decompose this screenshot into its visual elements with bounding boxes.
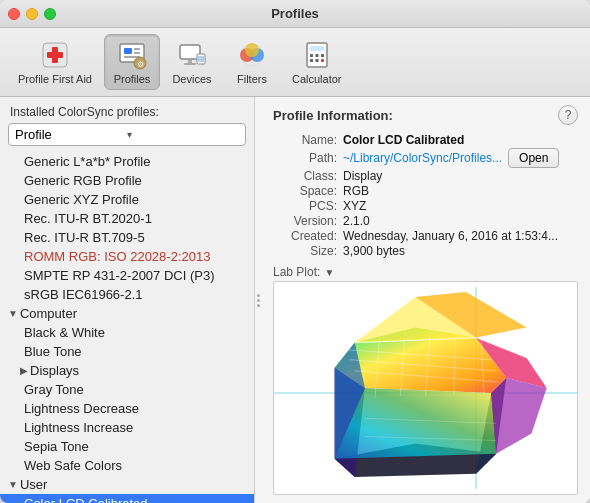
list-item-color-lcd[interactable]: Color LCD Calibrated <box>0 494 254 503</box>
lab-plot-section: Lab Plot: ▼ <box>273 265 578 495</box>
minimize-button[interactable] <box>26 8 38 20</box>
list-item[interactable]: Web Safe Colors <box>0 456 254 475</box>
path-label: Path: <box>273 151 343 165</box>
info-row-name: Name: Color LCD Calibrated <box>273 133 578 147</box>
svg-rect-22 <box>315 54 318 57</box>
profiles-label: Profiles <box>114 73 151 85</box>
list-item[interactable]: Gray Tone <box>0 380 254 399</box>
svg-rect-26 <box>321 59 324 62</box>
profile-info-table: Name: Color LCD Calibrated Path: ~/Libra… <box>273 133 578 259</box>
filters-label: Filters <box>237 73 267 85</box>
toolbar-profile-first-aid[interactable]: Profile First Aid <box>10 35 100 89</box>
info-row-path: Path: ~/Library/ColorSync/Profiles... Op… <box>273 148 578 168</box>
devices-label: Devices <box>172 73 211 85</box>
lab-plot-canvas[interactable] <box>273 281 578 495</box>
info-row-class: Class: Display <box>273 169 578 183</box>
resize-dot <box>257 304 260 307</box>
svg-rect-20 <box>310 46 324 51</box>
main-window: Profiles Profile First Aid <box>0 0 590 503</box>
help-button[interactable]: ? <box>558 105 578 125</box>
class-label: Class: <box>273 169 343 183</box>
right-panel-header: Profile Information: ? <box>273 105 578 125</box>
svg-text:⚙: ⚙ <box>136 60 143 69</box>
list-item[interactable]: Black & White <box>0 323 254 342</box>
profile-dropdown[interactable]: Profile ▾ <box>8 123 246 146</box>
open-button[interactable]: Open <box>508 148 559 168</box>
size-label: Size: <box>273 244 343 258</box>
profile-info-title: Profile Information: <box>273 108 393 123</box>
list-item[interactable]: ROMM RGB: ISO 22028-2:2013 <box>0 247 254 266</box>
gamut-visualization <box>274 282 577 494</box>
resize-dot <box>257 294 260 297</box>
list-item[interactable]: Lightness Increase <box>0 418 254 437</box>
user-group-header[interactable]: ▼ User <box>0 475 254 494</box>
title-bar: Profiles <box>0 0 590 28</box>
class-value: Display <box>343 169 382 183</box>
calculator-label: Calculator <box>292 73 342 85</box>
svg-rect-25 <box>315 59 318 62</box>
toolbar-profiles[interactable]: ⚙ Profiles <box>104 34 160 90</box>
right-panel: Profile Information: ? Name: Color LCD C… <box>261 97 590 503</box>
collapse-triangle-icon: ▼ <box>8 308 18 319</box>
list-item[interactable]: Blue Tone <box>0 342 254 361</box>
profile-first-aid-label: Profile First Aid <box>18 73 92 85</box>
size-value: 3,900 bytes <box>343 244 405 258</box>
close-button[interactable] <box>8 8 20 20</box>
svg-rect-6 <box>134 52 140 54</box>
computer-group-label: Computer <box>20 306 77 321</box>
dropdown-value: Profile <box>15 127 127 142</box>
name-value: Color LCD Calibrated <box>343 133 464 147</box>
content-area: Installed ColorSync profiles: Profile ▾ … <box>0 97 590 503</box>
profiles-panel-title: Installed ColorSync profiles: <box>0 97 254 123</box>
list-item[interactable]: Lightness Decrease <box>0 399 254 418</box>
collapse-triangle-icon: ▼ <box>8 479 18 490</box>
svg-rect-14 <box>198 56 204 62</box>
info-row-size: Size: 3,900 bytes <box>273 244 578 258</box>
list-item[interactable]: Rec. ITU-R BT.2020-1 <box>0 209 254 228</box>
profile-list: Generic L*a*b* Profile Generic RGB Profi… <box>0 150 254 503</box>
info-row-created: Created: Wednesday, January 6, 2016 at 1… <box>273 229 578 243</box>
list-item[interactable]: SMPTE RP 431-2-2007 DCI (P3) <box>0 266 254 285</box>
filters-icon <box>236 39 268 71</box>
maximize-button[interactable] <box>44 8 56 20</box>
svg-rect-24 <box>310 59 313 62</box>
space-label: Space: <box>273 184 343 198</box>
devices-icon <box>176 39 208 71</box>
list-item[interactable]: Sepia Tone <box>0 437 254 456</box>
list-item[interactable]: Rec. ITU-R BT.709-5 <box>0 228 254 247</box>
window-title: Profiles <box>271 6 319 21</box>
toolbar-filters[interactable]: Filters <box>224 35 280 89</box>
computer-group-header[interactable]: ▼ Computer <box>0 304 254 323</box>
list-item[interactable]: Generic L*a*b* Profile <box>0 152 254 171</box>
svg-point-18 <box>245 43 259 57</box>
info-row-pcs: PCS: XYZ <box>273 199 578 213</box>
path-value[interactable]: ~/Library/ColorSync/Profiles... <box>343 151 502 165</box>
profiles-icon: ⚙ <box>116 39 148 71</box>
toolbar-calculator[interactable]: Calculator <box>284 35 350 89</box>
svg-rect-21 <box>310 54 313 57</box>
pcs-label: PCS: <box>273 199 343 213</box>
svg-rect-5 <box>134 48 140 50</box>
calculator-icon <box>301 39 333 71</box>
svg-rect-11 <box>188 60 192 63</box>
lab-plot-toggle-icon[interactable]: ▼ <box>324 267 334 278</box>
lab-plot-text: Lab Plot: <box>273 265 320 279</box>
name-label: Name: <box>273 133 343 147</box>
info-row-space: Space: RGB <box>273 184 578 198</box>
resize-dots <box>257 294 260 307</box>
list-item[interactable]: Generic RGB Profile <box>0 171 254 190</box>
svg-rect-12 <box>184 63 196 65</box>
pcs-value: XYZ <box>343 199 366 213</box>
toolbar-devices[interactable]: Devices <box>164 35 220 89</box>
dropdown-arrow-icon: ▾ <box>127 129 239 140</box>
svg-rect-2 <box>47 52 63 58</box>
displays-subgroup-header[interactable]: ▶ Displays <box>0 361 254 380</box>
expand-triangle-icon: ▶ <box>20 365 28 376</box>
info-row-version: Version: 2.1.0 <box>273 214 578 228</box>
list-item[interactable]: sRGB IEC61966-2.1 <box>0 285 254 304</box>
displays-label: Displays <box>30 363 79 378</box>
space-value: RGB <box>343 184 369 198</box>
traffic-lights <box>8 8 56 20</box>
list-item[interactable]: Generic XYZ Profile <box>0 190 254 209</box>
lab-plot-label: Lab Plot: ▼ <box>273 265 578 279</box>
